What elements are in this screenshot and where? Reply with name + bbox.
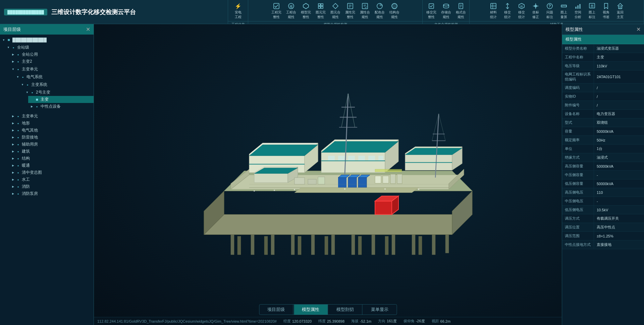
tree-toggle-zbdy2[interactable]: ▶: [11, 114, 15, 119]
toolbar-btn-view-bookmark[interactable]: 视角书签: [599, 1, 613, 20]
tree-row-zbdy[interactable]: ▼ ▪ 主变单元: [9, 66, 94, 73]
svg-rect-66: [264, 236, 268, 255]
toolbar-group-engineering: ⚡ 安电工程 工程信息: [228, 0, 248, 24]
tree-toggle-2hzb[interactable]: ▼: [25, 90, 30, 95]
tree-toggle-root[interactable]: ▼: [1, 38, 6, 42]
tree-row-building[interactable]: ▶ ▪ 建筑: [9, 148, 94, 155]
tree-label-zbdy2: 主变单元: [22, 113, 92, 119]
toolbar-btn-attr-complete[interactable]: 属性完整性: [343, 1, 357, 20]
tree-row-neutral[interactable]: ▶ ▪ 中性点设备: [28, 103, 94, 110]
tab-menu-display[interactable]: 菜单显示: [363, 305, 396, 315]
tree-toggle-hydraulic[interactable]: ▶: [11, 177, 15, 182]
svg-rect-42: [575, 7, 577, 9]
tree-toggle-neutral[interactable]: ▶: [30, 104, 34, 109]
tree-row-zbxt[interactable]: ▼ ▪ 主变系统: [19, 81, 94, 88]
tree-row-root[interactable]: ▼ ■ ████████████: [0, 37, 94, 43]
tree-row-main-transformer[interactable]: ■ 主变: [28, 96, 94, 103]
toolbar-btn-install[interactable]: ⚡ 安电工程: [231, 1, 245, 20]
project-selector[interactable]: ██████████████: [4, 9, 47, 15]
svg-marker-49: [204, 214, 472, 234]
tree-toggle-fire[interactable]: ▶: [11, 184, 15, 189]
tree-toggle-zb2[interactable]: ▶: [11, 59, 15, 64]
property-value: -: [594, 197, 644, 205]
toolbar-btn-map-measure[interactable]: 图上量算: [557, 1, 571, 20]
pitch-display: 俯仰角 -26度: [404, 319, 425, 324]
right-panel-tab[interactable]: 模型属性: [562, 35, 644, 44]
tree-row-public[interactable]: ▶ ▪ 全站公用: [9, 51, 94, 58]
tree-row-hvac[interactable]: ▶ ▪ 暖通: [9, 162, 94, 169]
tree-toggle-terrain[interactable]: ▶: [11, 121, 15, 126]
svg-marker-3: [303, 3, 309, 9]
tree-toggle-structure[interactable]: ▶: [11, 156, 15, 161]
tree-row-lightning[interactable]: ▶ ▪ 防雷接地: [9, 134, 94, 141]
toolbar-btn-issue-mark[interactable]: ? 问题标注: [543, 1, 556, 20]
toolbar-btn-material[interactable]: 材料统计: [487, 1, 500, 20]
toolbar-btn-eng-complete[interactable]: 工程完整性: [269, 1, 283, 20]
toolbar-btn-format-compliance[interactable]: 格式合规性: [454, 1, 468, 20]
toolbar-btn-storage-compliance[interactable]: 存储合规性: [439, 1, 453, 20]
toolbar-btn-eng-compliance[interactable]: 规 工程合规性: [284, 1, 298, 20]
tree-toggle-zbxt[interactable]: ▼: [20, 83, 25, 87]
toolbar-btn-color-compliance[interactable]: 配色合规性: [373, 1, 387, 20]
3d-viewport[interactable]: 项目层级 模型属性 模型剖切 菜单显示 112.82.244.141:81/Go…: [94, 24, 562, 325]
tree-row-electric[interactable]: ▼ ▪ 电气系统: [14, 73, 94, 80]
tree-label-zbxt: 主变系统: [31, 82, 92, 88]
tree-toggle-elec-other[interactable]: ▶: [11, 128, 15, 133]
tree-row-2hzb[interactable]: ▼ ▪ 2号主变: [23, 89, 94, 96]
tree-label-2hzb: 2号主变: [36, 90, 92, 95]
right-panel-close-btn[interactable]: ✕: [636, 26, 641, 33]
toolbar-btn-coord-fix[interactable]: 坐标修正: [529, 1, 542, 20]
tree-row-elec-other[interactable]: ▶ ▪ 电气其他: [9, 127, 94, 134]
svg-rect-4: [318, 4, 320, 6]
svg-rect-83: [328, 156, 335, 161]
left-panel-header: 项目层级 ✕: [0, 24, 94, 35]
tree-toggle-public[interactable]: ▶: [11, 52, 15, 57]
toolbar-btn-map-mark[interactable]: 图 图上标注: [585, 1, 599, 20]
svg-rect-112: [308, 179, 316, 184]
tree-toggle-electric[interactable]: ▼: [15, 75, 20, 79]
direction-label: 方向: [378, 319, 385, 324]
tree-toggle-station[interactable]: ▼: [6, 45, 11, 50]
toolbar-btn-move-accept[interactable]: 移 移交统计: [515, 1, 528, 20]
toolbar-btn-element-complete[interactable]: 图元完整性: [314, 1, 328, 20]
toolbar-btn-home[interactable]: 返回主页: [613, 1, 627, 20]
toolbar-btn-transfer-stat[interactable]: 移交统计: [501, 1, 514, 20]
svg-rect-107: [375, 169, 402, 172]
folder-icon-zb2: ▪: [15, 59, 21, 64]
tree-row-hydraulic[interactable]: ▶ ▪ 水工: [9, 176, 94, 183]
tab-model-section[interactable]: 模型剖切: [328, 305, 362, 315]
tree-row-zbdy2[interactable]: ▶ ▪ 主变单元: [9, 113, 94, 120]
tree-toggle-building[interactable]: ▶: [11, 149, 15, 154]
toolbar-btn-model-complete[interactable]: 模型完整性: [299, 1, 313, 20]
property-row: 调压方式有载调压开关: [562, 214, 644, 223]
tree-row-fire-pump[interactable]: ▶ ▪ 消防泵房: [9, 190, 94, 197]
tree-toggle-clear-mid[interactable]: ▶: [11, 170, 15, 175]
toolbar-btn-element-compliance[interactable]: 图元合规性: [328, 1, 342, 20]
tree-toggle-auxiliary[interactable]: ▶: [11, 142, 15, 147]
tree-toggle-zbdy[interactable]: ▼: [11, 67, 15, 72]
svg-line-116: [348, 94, 355, 127]
left-panel-close-btn[interactable]: ✕: [86, 26, 90, 33]
tree-toggle-lightning[interactable]: ▶: [11, 135, 15, 140]
toolbar-btn-structure-compliance[interactable]: 结构合规性: [387, 1, 401, 20]
svg-rect-67: [298, 236, 301, 255]
tab-project-hierarchy[interactable]: 项目层级: [259, 305, 293, 315]
toolbar-btn-attr-compliance[interactable]: 属性合规性: [358, 1, 372, 20]
tree-container[interactable]: ▼ ■ ████████████ ▼ ▪ 全站级 ▶: [0, 35, 94, 325]
tree-toggle-hvac[interactable]: ▶: [11, 163, 15, 168]
tree-row-structure[interactable]: ▶ ▪ 结构: [9, 155, 94, 162]
tree-label-elec-other: 电气其他: [22, 127, 92, 133]
tree-row-zb2[interactable]: ▶ ▪ 主变2: [9, 58, 94, 65]
tab-model-properties[interactable]: 模型属性: [294, 305, 328, 315]
svg-point-134: [344, 188, 345, 189]
tree-label-hydraulic: 水工: [22, 177, 92, 182]
toolbar-btn-transfer-complete[interactable]: 移交完整性: [424, 1, 438, 20]
tree-row-fire[interactable]: ▶ ▪ 消防: [9, 183, 94, 190]
tree-row-auxiliary[interactable]: ▶ ▪ 辅助用房: [9, 141, 94, 148]
toolbar-btn-space-analysis[interactable]: 空间分析: [571, 1, 585, 20]
tree-toggle-fire-pump[interactable]: ▶: [11, 192, 15, 196]
property-value: /: [594, 84, 644, 92]
tree-row-terrain[interactable]: ▶ ▪ 地形: [9, 120, 94, 127]
tree-row-clear-mid[interactable]: ▶ ▪ 清中变总图: [9, 169, 94, 176]
tree-row-station[interactable]: ▼ ▪ 全站级: [5, 44, 94, 51]
